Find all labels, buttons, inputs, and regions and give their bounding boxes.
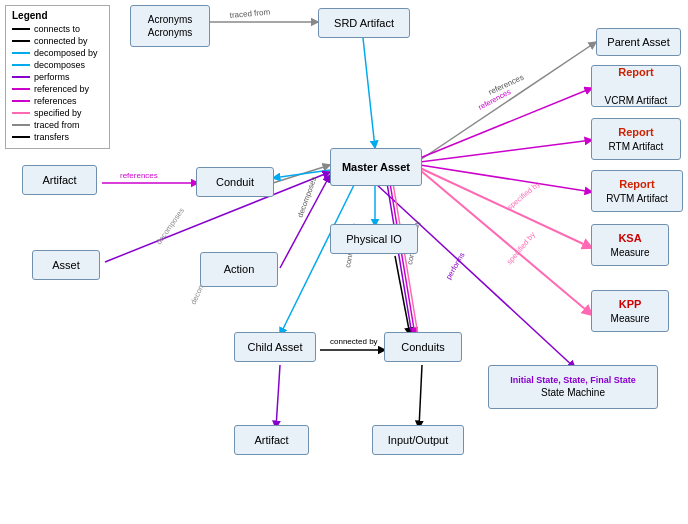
svg-line-14	[273, 170, 330, 178]
svg-line-23	[395, 256, 410, 335]
svg-text:performs: performs	[444, 251, 467, 281]
svg-line-25	[393, 183, 418, 335]
node-acronyms[interactable]: Acronyms Acronyms	[130, 5, 210, 47]
legend-item: references	[12, 96, 103, 106]
svg-line-21	[419, 365, 422, 428]
node-kpp-measure[interactable]: KPP Measure	[591, 290, 669, 332]
node-physical-io[interactable]: Physical IO	[330, 224, 418, 254]
svg-line-22	[276, 365, 280, 428]
svg-text:specified by: specified by	[505, 230, 538, 266]
legend-item: specified by	[12, 108, 103, 118]
diagram-container: Legend connects to connected by decompos…	[0, 0, 688, 524]
legend-item: referenced by	[12, 84, 103, 94]
svg-text:references: references	[487, 73, 525, 97]
svg-text:references: references	[477, 87, 513, 112]
svg-line-2	[363, 38, 375, 148]
legend-item: connects to	[12, 24, 103, 34]
svg-line-6	[420, 140, 592, 162]
svg-line-3	[420, 42, 596, 160]
node-conduit[interactable]: Conduit	[196, 167, 274, 197]
svg-line-9	[420, 170, 592, 315]
node-report-rtm[interactable]: Report RTM Artifact	[591, 118, 681, 160]
svg-text:decomposes: decomposes	[295, 175, 318, 218]
svg-line-20	[280, 183, 355, 335]
svg-line-5	[420, 88, 592, 158]
legend-item: traced from	[12, 120, 103, 130]
node-input-output[interactable]: Input/Output	[372, 425, 464, 455]
node-ksa-measure[interactable]: KSA Measure	[591, 224, 669, 266]
svg-line-7	[420, 165, 592, 192]
svg-line-24	[390, 183, 415, 335]
legend-title: Legend	[12, 10, 103, 21]
svg-line-13	[273, 165, 330, 183]
node-report-rvtm[interactable]: Report RVTM Artifact	[591, 170, 683, 212]
node-action[interactable]: Action	[200, 252, 278, 287]
svg-text:connected by: connected by	[330, 337, 378, 346]
legend-item: performs	[12, 72, 103, 82]
legend-item: decomposed by	[12, 48, 103, 58]
svg-text:specified by: specified by	[506, 179, 542, 212]
svg-line-26	[387, 183, 412, 335]
node-state-machine[interactable]: Initial State, State, Final State State …	[488, 365, 658, 409]
node-report-vcrm[interactable]: Report VCRM Artifact	[591, 65, 681, 107]
node-asset[interactable]: Asset	[32, 250, 100, 280]
node-artifact-left[interactable]: Artifact	[22, 165, 97, 195]
legend-item: decomposes	[12, 60, 103, 70]
node-child-asset[interactable]: Child Asset	[234, 332, 316, 362]
svg-text:traced from: traced from	[229, 7, 270, 20]
svg-text:decomposes: decomposes	[154, 206, 186, 246]
node-artifact-bottom[interactable]: Artifact	[234, 425, 309, 455]
svg-text:references: references	[120, 171, 158, 180]
legend: Legend connects to connected by decompos…	[5, 5, 110, 149]
node-master-asset[interactable]: Master Asset	[330, 148, 422, 186]
legend-item: connected by	[12, 36, 103, 46]
node-conduits[interactable]: Conduits	[384, 332, 462, 362]
svg-line-16	[280, 175, 330, 268]
legend-item: transfers	[12, 132, 103, 142]
svg-line-8	[420, 168, 592, 248]
node-srd[interactable]: SRD Artifact	[318, 8, 410, 38]
